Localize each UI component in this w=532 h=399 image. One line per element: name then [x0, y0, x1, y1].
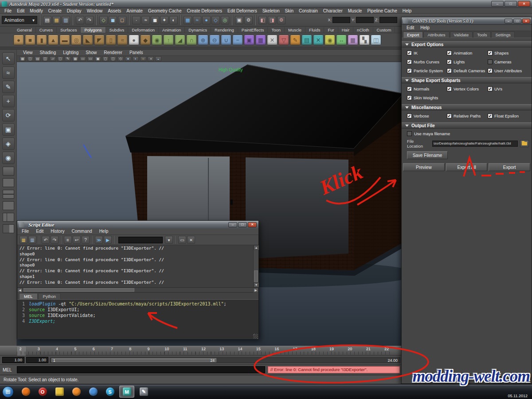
- snap-point-icon[interactable]: ●: [202, 16, 211, 24]
- section-header-shape-export-subparts[interactable]: Shape Export Subparts: [402, 77, 532, 83]
- animation-checkbox[interactable]: ✓: [447, 51, 452, 55]
- command-completion-icon[interactable]: ▾: [165, 236, 173, 244]
- script-editor-maximize-button[interactable]: □: [238, 222, 247, 227]
- normals-checkbox[interactable]: ✓: [407, 86, 412, 91]
- i3d-tab-export[interactable]: Export: [403, 31, 423, 38]
- time-slider[interactable]: 2345678910111213141516171819202122: [0, 346, 403, 356]
- shelf-tab-toon[interactable]: Toon: [268, 27, 285, 33]
- default-cameras-checkbox[interactable]: ✓: [447, 68, 452, 73]
- undo-icon[interactable]: ↶: [76, 16, 84, 24]
- extrude-icon[interactable]: ↑: [163, 35, 174, 45]
- redo-icon[interactable]: ↷: [51, 236, 59, 244]
- move-tool-icon[interactable]: +: [2, 95, 15, 107]
- viewport-menu-shading[interactable]: Shading: [36, 50, 60, 55]
- ik-checkbox[interactable]: ✓: [407, 51, 412, 55]
- poly-cylinder-icon[interactable]: ▮: [36, 35, 47, 45]
- safe-title-icon[interactable]: ◻: [110, 56, 116, 61]
- subdiv-proxy-icon[interactable]: ▦: [255, 35, 266, 45]
- layout-three-split-button[interactable]: [3, 213, 14, 222]
- lock-camera-icon[interactable]: ◻: [27, 56, 33, 61]
- shelf-tab-dynamics[interactable]: Dynamics: [185, 27, 211, 33]
- menu-constrain[interactable]: Constrain: [296, 8, 321, 14]
- range-slider-bar[interactable]: 1 24: [51, 358, 216, 362]
- grease-pencil-icon[interactable]: ✎: [65, 56, 71, 61]
- menu-file[interactable]: File: [2, 8, 14, 14]
- save-filename-button[interactable]: Save Filename: [407, 151, 448, 159]
- camera-attributes-icon[interactable]: ▤: [35, 56, 41, 61]
- ipr-render-icon[interactable]: ◨: [268, 16, 276, 24]
- reduce-icon[interactable]: ▽: [278, 35, 289, 45]
- shelf-tab-custom[interactable]: Custom: [373, 27, 395, 33]
- file-location-input[interactable]: izo/Desktop/fahrzeughalle/Fahrzeughalle/…: [432, 141, 518, 147]
- menu-edit[interactable]: Edit: [14, 8, 27, 14]
- i3d-menu-edit[interactable]: Edit: [403, 25, 417, 31]
- menu-display[interactable]: Display: [64, 8, 84, 14]
- menu-window[interactable]: Window: [84, 8, 106, 14]
- paint-select-tool-icon[interactable]: ✎: [2, 81, 15, 93]
- open-scene-icon[interactable]: ▦: [52, 16, 61, 24]
- menu-modify[interactable]: Modify: [27, 8, 45, 14]
- textured-mode-icon[interactable]: ◐: [133, 56, 139, 61]
- script-editor-minimize-button[interactable]: –: [228, 222, 237, 227]
- float-epsilon-checkbox[interactable]: ✓: [488, 113, 493, 118]
- output-vertical-scrollbar[interactable]: ▲ ▼: [253, 245, 258, 287]
- section-header-export-options[interactable]: Export Options: [402, 41, 532, 47]
- shelf-tab-curves[interactable]: Curves: [36, 27, 57, 33]
- shelf-tab-rendering[interactable]: Rendering: [211, 27, 238, 33]
- script-menu-command[interactable]: Command: [68, 228, 95, 235]
- lasso-select-tool-icon[interactable]: ≈: [2, 66, 15, 79]
- layout-single-pane-button[interactable]: [3, 167, 14, 176]
- script-toolbar-input[interactable]: [118, 237, 163, 243]
- boolean-union-icon[interactable]: ∪: [221, 35, 231, 45]
- opera-icon[interactable]: O: [35, 386, 50, 398]
- coordinate-input[interactable]: [332, 17, 350, 23]
- poly-soccerball-icon[interactable]: ●: [129, 35, 139, 45]
- select-component-icon[interactable]: ◻: [118, 16, 126, 24]
- scroll-up-icon[interactable]: ▲: [254, 245, 259, 250]
- resize-grip[interactable]: [253, 334, 258, 339]
- lights-checkbox[interactable]: ✓: [447, 59, 452, 64]
- mask-rendering-icon[interactable]: ◐: [169, 16, 178, 24]
- shelf-tab-deformation[interactable]: Deformation: [128, 27, 159, 33]
- i3d-minimize-button[interactable]: –: [505, 19, 512, 23]
- shelf-tab-fur[interactable]: Fur: [324, 27, 338, 33]
- chrome-icon[interactable]: [86, 386, 101, 398]
- nurbs-curves-checkbox[interactable]: ✓: [407, 59, 412, 64]
- menu-muscle[interactable]: Muscle: [345, 8, 365, 14]
- soft-modification-tool-icon[interactable]: ◉: [2, 152, 15, 164]
- poly-torus-icon[interactable]: ◎: [71, 35, 82, 45]
- mask-curves-icon[interactable]: ≈: [141, 16, 150, 24]
- menu-assets[interactable]: Assets: [105, 8, 124, 14]
- shelf-tab-subdivs[interactable]: Subdivs: [106, 27, 129, 33]
- redo-icon[interactable]: ↷: [85, 16, 94, 24]
- export-button[interactable]: Export: [489, 163, 530, 171]
- menu-set-dropdown[interactable]: Animation ▾: [2, 16, 37, 24]
- script-menu-edit[interactable]: Edit: [32, 228, 47, 235]
- command-line-input[interactable]: [17, 366, 265, 373]
- poly-sphere-icon[interactable]: ●: [13, 35, 24, 45]
- select-object-icon[interactable]: ◼: [109, 16, 117, 24]
- script-editor-close-button[interactable]: ✕: [248, 222, 257, 227]
- maya-icon[interactable]: M: [119, 386, 134, 398]
- make-live-icon[interactable]: ◎: [221, 16, 229, 24]
- script-editor-output-pane[interactable]: // Error: line 0: Cannot find procedure …: [17, 245, 258, 288]
- clear-input-icon[interactable]: ▭: [178, 236, 186, 244]
- multi-cut-icon[interactable]: ✕: [313, 35, 324, 45]
- i3d-maximize-button[interactable]: □: [513, 19, 521, 23]
- relative-paths-checkbox[interactable]: ✓: [447, 113, 452, 118]
- script-menu-history[interactable]: History: [47, 228, 68, 235]
- skin-weights-checkbox[interactable]: ✓: [407, 95, 412, 100]
- universal-manipulator-tool-icon[interactable]: ◈: [2, 137, 15, 150]
- lattice-icon[interactable]: ▦: [348, 35, 358, 45]
- film-gate-icon[interactable]: ▭: [80, 56, 86, 61]
- snap-plane-icon[interactable]: ◇: [211, 16, 220, 24]
- mask-dynamics-icon[interactable]: ✦: [160, 16, 168, 24]
- script-editor-titlebar[interactable]: Script Editor – □ ✕: [17, 221, 258, 228]
- crease-icon[interactable]: ✕: [267, 35, 278, 45]
- ambient-occlusion-icon[interactable]: ◒: [155, 56, 161, 61]
- scrollbar-thumb[interactable]: [23, 288, 134, 292]
- target-weld-icon[interactable]: ◉: [325, 35, 335, 45]
- quad-draw-icon[interactable]: ▤: [301, 35, 312, 45]
- resolution-gate-icon[interactable]: ▭: [87, 56, 94, 61]
- menu-create-deformers[interactable]: Create Deformers: [184, 8, 225, 14]
